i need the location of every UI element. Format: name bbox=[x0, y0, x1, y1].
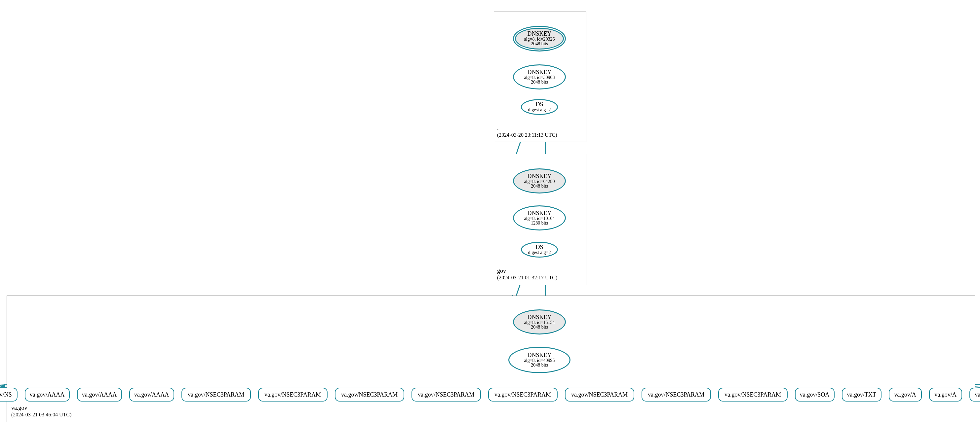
node-gov-ksk-dnskey: DNSKEY alg=8, id=64280 2048 bits bbox=[513, 168, 566, 194]
zone-vagov-timestamp: (2024-03-21 03:46:04 UTC) bbox=[11, 412, 72, 418]
node-detail: 2048 bits bbox=[531, 80, 548, 85]
node-detail: 2048 bits bbox=[531, 363, 548, 368]
rrset-label: va.gov/AAAA bbox=[82, 392, 117, 398]
rrset-box: va.gov/NSEC3PARAM bbox=[412, 388, 481, 401]
zone-vagov-box bbox=[6, 295, 975, 422]
node-detail: alg=8, id=10104 bbox=[524, 216, 555, 221]
node-detail: alg=8, id=64280 bbox=[524, 179, 555, 184]
rrset-box: va.gov/A bbox=[929, 388, 962, 401]
node-root-ds: DS digest alg=2 bbox=[521, 99, 558, 115]
node-detail: 2048 bits bbox=[531, 41, 548, 46]
rrset-label: va.gov/NS bbox=[0, 392, 12, 398]
rrset-label: va.gov/NSEC3PARAM bbox=[724, 392, 781, 398]
zone-gov-timestamp: (2024-03-21 01:32:17 UTC) bbox=[497, 275, 557, 281]
node-detail: digest alg=2 bbox=[528, 108, 551, 113]
rrset-box: va.gov/NSEC3PARAM bbox=[181, 388, 251, 401]
rrset-box: va.gov/A bbox=[889, 388, 922, 401]
rrset-box: va.gov/NSEC3PARAM bbox=[488, 388, 558, 401]
rrset-box: va.gov/AAAA bbox=[129, 388, 174, 401]
node-root-ksk-dnskey: DNSKEY alg=8, id=20326 2048 bits bbox=[513, 26, 566, 51]
node-title: DNSKEY bbox=[527, 31, 551, 37]
node-detail: alg=8, id=30903 bbox=[524, 75, 555, 80]
rrset-label: va.gov/NSEC3PARAM bbox=[648, 392, 704, 398]
zone-root-timestamp: (2024-03-20 23:11:13 UTC) bbox=[497, 132, 557, 138]
rrset-label: va.gov/A bbox=[894, 392, 916, 398]
rrset-label: va.gov/A bbox=[975, 392, 980, 398]
node-title: DNSKEY bbox=[527, 210, 551, 216]
node-detail: digest alg=2 bbox=[528, 250, 551, 255]
node-detail: alg=8, id=40995 bbox=[524, 358, 555, 363]
node-title: DNSKEY bbox=[527, 314, 551, 320]
rrset-label: va.gov/NSEC3PARAM bbox=[341, 392, 398, 398]
zone-root-name: . bbox=[497, 125, 499, 132]
rrset-box: va.gov/A bbox=[969, 388, 980, 401]
node-vagov-zsk-dnskey: DNSKEY alg=8, id=40995 2048 bits bbox=[508, 347, 571, 373]
node-gov-zsk-dnskey: DNSKEY alg=8, id=10104 1280 bits bbox=[513, 205, 566, 230]
rrset-box: va.gov/TXT bbox=[842, 388, 881, 401]
rrset-box: va.gov/NS bbox=[0, 388, 18, 401]
node-detail: 2048 bits bbox=[531, 184, 548, 189]
rrset-label: va.gov/TXT bbox=[847, 392, 876, 398]
node-detail: 2048 bits bbox=[531, 325, 548, 330]
zone-vagov-name: va.gov bbox=[11, 405, 27, 411]
rrset-label: va.gov/A bbox=[934, 392, 956, 398]
node-root-zsk-dnskey: DNSKEY alg=8, id=30903 2048 bits bbox=[513, 64, 566, 89]
rrset-box: va.gov/NSEC3PARAM bbox=[565, 388, 634, 401]
rrset-box: va.gov/NSEC3PARAM bbox=[641, 388, 711, 401]
rrset-box: va.gov/SOA bbox=[795, 388, 835, 401]
rrset-box: va.gov/AAAA bbox=[77, 388, 122, 401]
node-detail: 1280 bits bbox=[531, 221, 548, 226]
rrset-label: va.gov/NSEC3PARAM bbox=[264, 392, 321, 398]
zone-gov-name: gov bbox=[497, 268, 506, 274]
rrset-label: va.gov/NSEC3PARAM bbox=[571, 392, 628, 398]
rrset-label: va.gov/NSEC3PARAM bbox=[188, 392, 244, 398]
node-detail: alg=8, id=15154 bbox=[524, 320, 555, 325]
node-title: DS bbox=[535, 102, 543, 108]
node-title: DNSKEY bbox=[527, 69, 551, 75]
rrset-box: va.gov/NSEC3PARAM bbox=[258, 388, 328, 401]
rrset-box: va.gov/AAAA bbox=[25, 388, 70, 401]
rrset-label: va.gov/SOA bbox=[800, 392, 830, 398]
rrset-label: va.gov/NSEC3PARAM bbox=[418, 392, 474, 398]
rrset-label: va.gov/AAAA bbox=[30, 392, 65, 398]
rrset-box: va.gov/NSEC3PARAM bbox=[335, 388, 404, 401]
rrset-box: va.gov/NSEC3PARAM bbox=[718, 388, 788, 401]
node-title: DS bbox=[535, 244, 543, 250]
node-title: DNSKEY bbox=[527, 352, 551, 358]
node-vagov-ksk-dnskey: DNSKEY alg=8, id=15154 2048 bits bbox=[513, 309, 566, 335]
node-gov-ds: DS digest alg=2 bbox=[521, 242, 558, 257]
rrset-label: va.gov/NSEC3PARAM bbox=[495, 392, 551, 398]
rrset-label: va.gov/AAAA bbox=[134, 392, 169, 398]
node-title: DNSKEY bbox=[527, 173, 551, 179]
node-detail: alg=8, id=20326 bbox=[524, 37, 555, 42]
